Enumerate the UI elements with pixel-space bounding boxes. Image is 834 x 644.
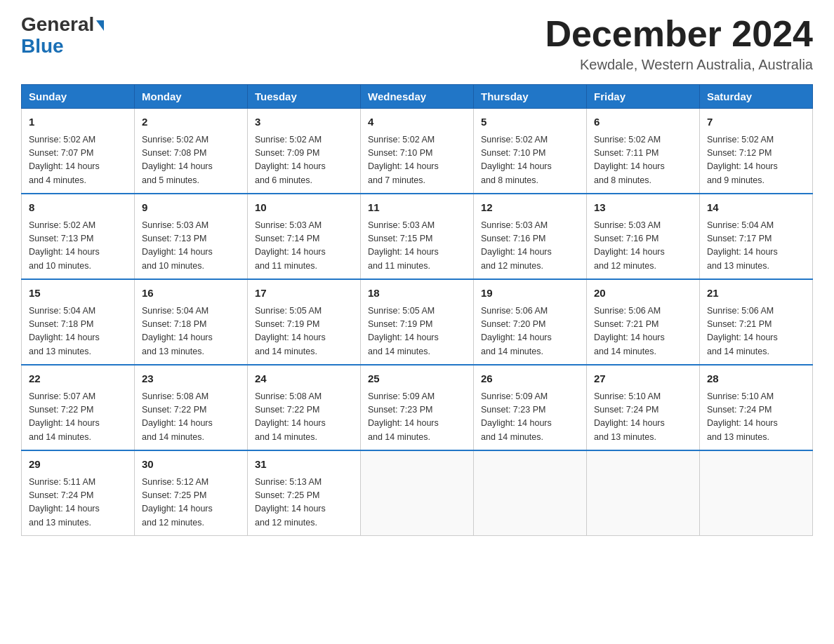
day-info: Sunrise: 5:04 AM Sunset: 7:18 PM Dayligh… — [29, 304, 127, 359]
day-number: 6 — [594, 114, 692, 130]
table-row: 18 Sunrise: 5:05 AM Sunset: 7:19 PM Dayl… — [361, 279, 474, 365]
day-info: Sunrise: 5:10 AM Sunset: 7:24 PM Dayligh… — [707, 390, 805, 445]
day-info: Sunrise: 5:03 AM Sunset: 7:16 PM Dayligh… — [481, 219, 579, 274]
table-row: 11 Sunrise: 5:03 AM Sunset: 7:15 PM Dayl… — [361, 194, 474, 279]
calendar-week-row: 8 Sunrise: 5:02 AM Sunset: 7:13 PM Dayli… — [22, 194, 813, 279]
day-info: Sunrise: 5:03 AM Sunset: 7:14 PM Dayligh… — [255, 219, 353, 274]
table-row: 19 Sunrise: 5:06 AM Sunset: 7:20 PM Dayl… — [474, 279, 587, 365]
title-area: December 2024 Kewdale, Western Australia… — [545, 14, 813, 73]
calendar-week-row: 15 Sunrise: 5:04 AM Sunset: 7:18 PM Dayl… — [22, 279, 813, 365]
day-number: 25 — [368, 371, 466, 387]
day-info: Sunrise: 5:10 AM Sunset: 7:24 PM Dayligh… — [594, 390, 692, 445]
day-number: 21 — [707, 286, 805, 302]
col-thursday: Thursday — [474, 85, 587, 109]
day-number: 2 — [142, 114, 240, 130]
day-info: Sunrise: 5:09 AM Sunset: 7:23 PM Dayligh… — [368, 390, 466, 445]
table-row: 29 Sunrise: 5:11 AM Sunset: 7:24 PM Dayl… — [22, 450, 135, 536]
table-row: 30 Sunrise: 5:12 AM Sunset: 7:25 PM Dayl… — [135, 450, 248, 536]
day-info: Sunrise: 5:02 AM Sunset: 7:08 PM Dayligh… — [142, 133, 240, 188]
day-info: Sunrise: 5:03 AM Sunset: 7:15 PM Dayligh… — [368, 219, 466, 274]
calendar-header-row: Sunday Monday Tuesday Wednesday Thursday… — [22, 85, 813, 109]
day-number: 3 — [255, 114, 353, 130]
day-number: 24 — [255, 371, 353, 387]
day-number: 18 — [368, 286, 466, 302]
table-row — [700, 450, 813, 536]
day-info: Sunrise: 5:02 AM Sunset: 7:09 PM Dayligh… — [255, 133, 353, 188]
day-number: 19 — [481, 286, 579, 302]
table-row: 16 Sunrise: 5:04 AM Sunset: 7:18 PM Dayl… — [135, 279, 248, 365]
col-sunday: Sunday — [22, 85, 135, 109]
col-friday: Friday — [587, 85, 700, 109]
day-info: Sunrise: 5:02 AM Sunset: 7:11 PM Dayligh… — [594, 133, 692, 188]
day-info: Sunrise: 5:13 AM Sunset: 7:25 PM Dayligh… — [255, 476, 353, 530]
table-row: 7 Sunrise: 5:02 AM Sunset: 7:12 PM Dayli… — [700, 109, 813, 194]
table-row: 25 Sunrise: 5:09 AM Sunset: 7:23 PM Dayl… — [361, 365, 474, 450]
table-row: 4 Sunrise: 5:02 AM Sunset: 7:10 PM Dayli… — [361, 109, 474, 194]
day-info: Sunrise: 5:02 AM Sunset: 7:10 PM Dayligh… — [481, 133, 579, 188]
day-info: Sunrise: 5:08 AM Sunset: 7:22 PM Dayligh… — [142, 390, 240, 445]
table-row: 28 Sunrise: 5:10 AM Sunset: 7:24 PM Dayl… — [700, 365, 813, 450]
day-number: 28 — [707, 371, 805, 387]
day-number: 12 — [481, 200, 579, 216]
logo: General Blue — [21, 14, 104, 58]
day-info: Sunrise: 5:07 AM Sunset: 7:22 PM Dayligh… — [29, 390, 127, 445]
col-wednesday: Wednesday — [361, 85, 474, 109]
table-row: 3 Sunrise: 5:02 AM Sunset: 7:09 PM Dayli… — [248, 109, 361, 194]
day-info: Sunrise: 5:12 AM Sunset: 7:25 PM Dayligh… — [142, 476, 240, 530]
day-number: 11 — [368, 200, 466, 216]
day-number: 16 — [142, 286, 240, 302]
day-info: Sunrise: 5:09 AM Sunset: 7:23 PM Dayligh… — [481, 390, 579, 445]
table-row: 1 Sunrise: 5:02 AM Sunset: 7:07 PM Dayli… — [22, 109, 135, 194]
col-tuesday: Tuesday — [248, 85, 361, 109]
table-row: 5 Sunrise: 5:02 AM Sunset: 7:10 PM Dayli… — [474, 109, 587, 194]
table-row: 15 Sunrise: 5:04 AM Sunset: 7:18 PM Dayl… — [22, 279, 135, 365]
page-header: General Blue December 2024 Kewdale, West… — [21, 14, 813, 73]
day-number: 23 — [142, 371, 240, 387]
logo-blue-text: Blue — [21, 35, 64, 57]
day-number: 9 — [142, 200, 240, 216]
table-row: 21 Sunrise: 5:06 AM Sunset: 7:21 PM Dayl… — [700, 279, 813, 365]
day-info: Sunrise: 5:05 AM Sunset: 7:19 PM Dayligh… — [368, 304, 466, 359]
day-number: 20 — [594, 286, 692, 302]
table-row: 2 Sunrise: 5:02 AM Sunset: 7:08 PM Dayli… — [135, 109, 248, 194]
day-number: 31 — [255, 457, 353, 473]
day-info: Sunrise: 5:02 AM Sunset: 7:13 PM Dayligh… — [29, 219, 127, 274]
calendar-week-row: 22 Sunrise: 5:07 AM Sunset: 7:22 PM Dayl… — [22, 365, 813, 450]
day-info: Sunrise: 5:03 AM Sunset: 7:16 PM Dayligh… — [594, 219, 692, 274]
calendar-table: Sunday Monday Tuesday Wednesday Thursday… — [21, 84, 813, 536]
day-info: Sunrise: 5:11 AM Sunset: 7:24 PM Dayligh… — [29, 476, 127, 530]
day-info: Sunrise: 5:05 AM Sunset: 7:19 PM Dayligh… — [255, 304, 353, 359]
day-info: Sunrise: 5:03 AM Sunset: 7:13 PM Dayligh… — [142, 219, 240, 274]
day-info: Sunrise: 5:02 AM Sunset: 7:10 PM Dayligh… — [368, 133, 466, 188]
day-info: Sunrise: 5:08 AM Sunset: 7:22 PM Dayligh… — [255, 390, 353, 445]
table-row: 26 Sunrise: 5:09 AM Sunset: 7:23 PM Dayl… — [474, 365, 587, 450]
day-info: Sunrise: 5:02 AM Sunset: 7:12 PM Dayligh… — [707, 133, 805, 188]
day-info: Sunrise: 5:04 AM Sunset: 7:17 PM Dayligh… — [707, 219, 805, 274]
day-info: Sunrise: 5:06 AM Sunset: 7:21 PM Dayligh… — [594, 304, 692, 359]
table-row: 23 Sunrise: 5:08 AM Sunset: 7:22 PM Dayl… — [135, 365, 248, 450]
table-row: 10 Sunrise: 5:03 AM Sunset: 7:14 PM Dayl… — [248, 194, 361, 279]
day-number: 8 — [29, 200, 127, 216]
table-row — [361, 450, 474, 536]
day-number: 14 — [707, 200, 805, 216]
day-number: 7 — [707, 114, 805, 130]
location-subtitle: Kewdale, Western Australia, Australia — [545, 57, 813, 73]
day-number: 30 — [142, 457, 240, 473]
day-number: 22 — [29, 371, 127, 387]
table-row: 8 Sunrise: 5:02 AM Sunset: 7:13 PM Dayli… — [22, 194, 135, 279]
table-row: 6 Sunrise: 5:02 AM Sunset: 7:11 PM Dayli… — [587, 109, 700, 194]
calendar-week-row: 29 Sunrise: 5:11 AM Sunset: 7:24 PM Dayl… — [22, 450, 813, 536]
table-row — [587, 450, 700, 536]
table-row: 9 Sunrise: 5:03 AM Sunset: 7:13 PM Dayli… — [135, 194, 248, 279]
day-info: Sunrise: 5:02 AM Sunset: 7:07 PM Dayligh… — [29, 133, 127, 188]
month-title: December 2024 — [545, 14, 813, 54]
table-row: 24 Sunrise: 5:08 AM Sunset: 7:22 PM Dayl… — [248, 365, 361, 450]
day-number: 4 — [368, 114, 466, 130]
day-number: 29 — [29, 457, 127, 473]
table-row: 31 Sunrise: 5:13 AM Sunset: 7:25 PM Dayl… — [248, 450, 361, 536]
day-info: Sunrise: 5:04 AM Sunset: 7:18 PM Dayligh… — [142, 304, 240, 359]
table-row — [474, 450, 587, 536]
day-number: 10 — [255, 200, 353, 216]
logo-text: General Blue — [21, 14, 104, 58]
day-number: 27 — [594, 371, 692, 387]
